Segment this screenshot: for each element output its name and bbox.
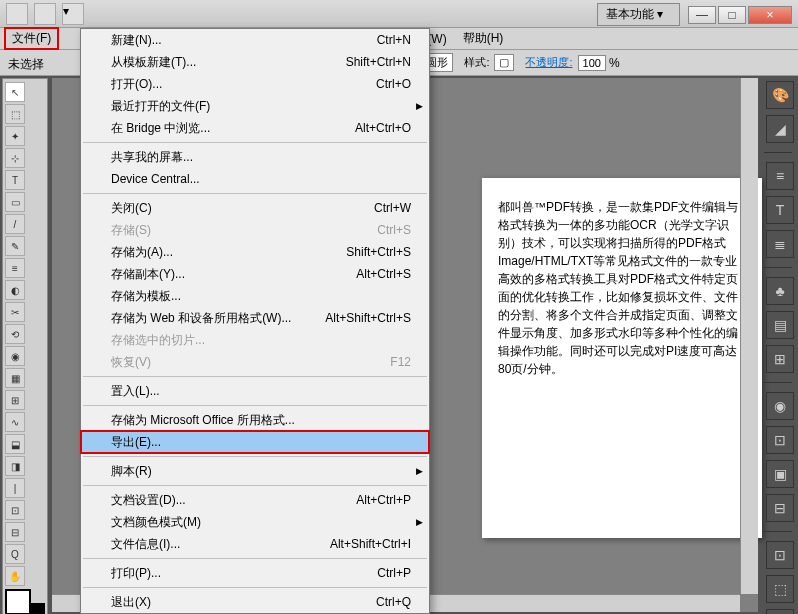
minimize-button[interactable]: — [688,6,716,24]
menu-item-label: 从模板新建(T)... [111,54,346,71]
menu-item-label: 存储为(A)... [111,244,346,261]
menu-separator [83,485,427,486]
menu-item-21[interactable]: 导出(E)... [81,431,429,453]
opacity-field[interactable]: 100 [578,55,606,71]
menu-item-shortcut: Ctrl+O [376,77,411,91]
menu-separator [83,193,427,194]
tool-4[interactable]: T [5,170,25,190]
tool-9[interactable]: ◐ [5,280,25,300]
panel-icon-14[interactable]: ◫ [766,609,794,614]
menu-item-31[interactable]: 退出(X)Ctrl+Q [81,591,429,613]
menu-item-label: 存储(S) [111,222,377,239]
menu-item-27[interactable]: 文件信息(I)...Alt+Shift+Ctrl+I [81,533,429,555]
tool-14[interactable]: ⊞ [5,390,25,410]
panel-icon-1[interactable]: ◢ [766,115,794,143]
menu-item-label: 脚本(R) [111,463,411,480]
panel-icon-7[interactable]: ⊞ [766,345,794,373]
menu-item-16: 恢复(V)F12 [81,351,429,373]
tool-3[interactable]: ⊹ [5,148,25,168]
tool-16[interactable]: ⬓ [5,434,25,454]
panel-icon-9[interactable]: ⊡ [766,426,794,454]
vertical-scrollbar[interactable] [740,78,758,594]
tool-15[interactable]: ∿ [5,412,25,432]
menu-item-label: 存储为模板... [111,288,411,305]
maximize-button[interactable]: □ [718,6,746,24]
menu-item-13[interactable]: 存储为模板... [81,285,429,307]
menu-item-12[interactable]: 存储副本(Y)...Alt+Ctrl+S [81,263,429,285]
panel-icon-12[interactable]: ⊡ [766,541,794,569]
opacity-label[interactable]: 不透明度: [525,55,572,70]
menu-item-7[interactable]: Device Central... [81,168,429,190]
app-window: ▾ 基本功能 ▾ — □ × 文件(F) (W) 帮助(H) 未选择 2 pt.… [0,0,798,614]
panel-icon-0[interactable]: 🎨 [766,81,794,109]
tool-6[interactable]: / [5,214,25,234]
tool-17[interactable]: ◨ [5,456,25,476]
style-field[interactable]: ▢ [494,54,514,71]
menu-item-14[interactable]: 存储为 Web 和设备所用格式(W)...Alt+Shift+Ctrl+S [81,307,429,329]
window-controls: 基本功能 ▾ — □ × [597,3,792,26]
panel-icon-2[interactable]: ≡ [766,162,794,190]
menu-item-2[interactable]: 打开(O)...Ctrl+O [81,73,429,95]
tool-8[interactable]: ≡ [5,258,25,278]
artboard[interactable]: 都叫兽™PDF转换，是一款集PDF文件编辑与格式转换为一体的多功能OCR（光学文… [482,178,762,538]
menu-item-0[interactable]: 新建(N)...Ctrl+N [81,29,429,51]
tool-7[interactable]: ✎ [5,236,25,256]
tool-10[interactable]: ✂ [5,302,25,322]
color-swatch[interactable] [5,589,45,614]
menu-item-20[interactable]: 存储为 Microsoft Office 所用格式... [81,409,429,431]
tool-22[interactable]: ✋ [5,566,25,586]
menu-item-11[interactable]: 存储为(A)...Shift+Ctrl+S [81,241,429,263]
menu-item-3[interactable]: 最近打开的文件(F)▶ [81,95,429,117]
menu-help[interactable]: 帮助(H) [455,28,512,49]
tool-13[interactable]: ▦ [5,368,25,388]
workspace-switcher[interactable]: 基本功能 ▾ [597,3,680,26]
tool-11[interactable]: ⟲ [5,324,25,344]
menu-item-25[interactable]: 文档设置(D)...Alt+Ctrl+P [81,489,429,511]
menu-item-1[interactable]: 从模板新建(T)...Shift+Ctrl+N [81,51,429,73]
panel-icon-4[interactable]: ≣ [766,230,794,258]
tool-5[interactable]: ▭ [5,192,25,212]
menu-item-label: 关闭(C) [111,200,374,217]
panel-icon-6[interactable]: ▤ [766,311,794,339]
percent-sign: % [609,56,620,70]
panel-icon-13[interactable]: ⬚ [766,575,794,603]
menu-item-26[interactable]: 文档颜色模式(M)▶ [81,511,429,533]
tool-2[interactable]: ✦ [5,126,25,146]
menu-item-6[interactable]: 共享我的屏幕... [81,146,429,168]
panel-icon-10[interactable]: ▣ [766,460,794,488]
menu-item-shortcut: Shift+Ctrl+N [346,55,411,69]
close-button[interactable]: × [748,6,792,24]
menu-item-shortcut: Alt+Ctrl+P [356,493,411,507]
panel-icon-11[interactable]: ⊟ [766,494,794,522]
menu-item-4[interactable]: 在 Bridge 中浏览...Alt+Ctrl+O [81,117,429,139]
menu-item-label: 文档颜色模式(M) [111,514,411,531]
panel-icon-3[interactable]: T [766,196,794,224]
menu-item-label: 导出(E)... [111,434,411,451]
menu-item-label: 共享我的屏幕... [111,149,411,166]
menu-item-9[interactable]: 关闭(C)Ctrl+W [81,197,429,219]
menu-item-shortcut: Ctrl+S [377,223,411,237]
tool-19[interactable]: ⊡ [5,500,25,520]
right-panel-dock: 🎨◢≡T≣♣▤⊞◉⊡▣⊟⊡⬚◫ [764,78,796,614]
menu-separator [83,558,427,559]
menu-item-label: 最近打开的文件(F) [111,98,411,115]
file-menu-dropdown: 新建(N)...Ctrl+N从模板新建(T)...Shift+Ctrl+N打开(… [80,28,430,614]
layout-dropdown-icon[interactable]: ▾ [62,3,84,25]
arrange-icon[interactable] [34,3,56,25]
menu-item-label: 打开(O)... [111,76,376,93]
tool-12[interactable]: ◉ [5,346,25,366]
tool-0[interactable]: ↖ [5,82,25,102]
menu-item-29[interactable]: 打印(P)...Ctrl+P [81,562,429,584]
tools-panel: ↖⬚✦⊹T▭/✎≡◐✂⟲◉▦⊞∿⬓◨|⊡⊟Q✋ [2,78,48,614]
tool-21[interactable]: Q [5,544,25,564]
menu-item-label: Device Central... [111,172,411,186]
menu-item-10: 存储(S)Ctrl+S [81,219,429,241]
panel-icon-8[interactable]: ◉ [766,392,794,420]
menu-file[interactable]: 文件(F) [4,27,59,50]
tool-18[interactable]: | [5,478,25,498]
menu-item-18[interactable]: 置入(L)... [81,380,429,402]
tool-20[interactable]: ⊟ [5,522,25,542]
panel-icon-5[interactable]: ♣ [766,277,794,305]
tool-1[interactable]: ⬚ [5,104,25,124]
menu-item-23[interactable]: 脚本(R)▶ [81,460,429,482]
